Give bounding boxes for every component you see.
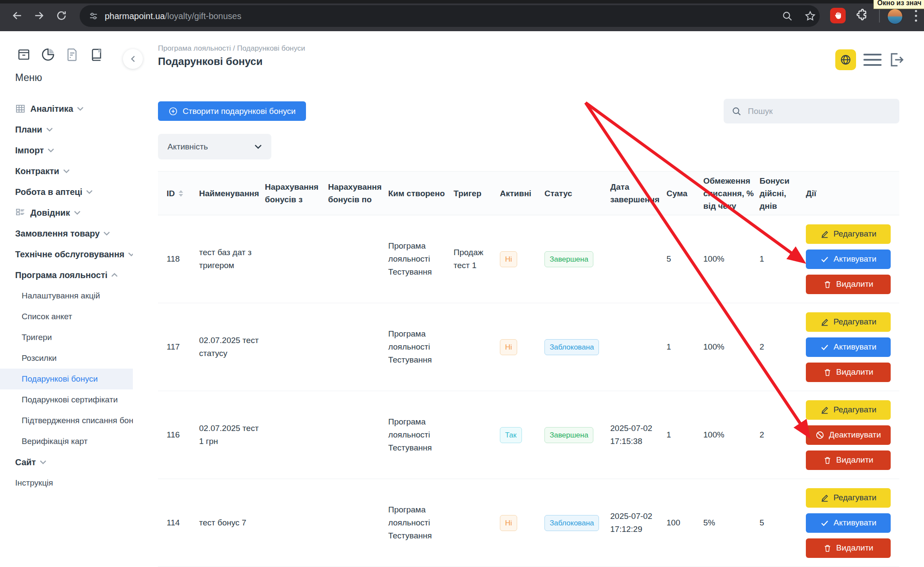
- search-box[interactable]: [724, 99, 899, 123]
- column-header-created-by: Ким створено: [388, 187, 454, 200]
- sidebar-item-questionnaires[interactable]: Список анкет: [0, 306, 133, 327]
- activate-button-row-117[interactable]: Активувати: [806, 337, 891, 357]
- gift-bonuses-table: IDНайменуванняНарахування бонусів зНарах…: [158, 171, 899, 567]
- cell-writeoff-limit: 5%: [703, 516, 760, 529]
- sidebar-item-triggers[interactable]: Тригери: [0, 327, 133, 348]
- chevron-down-icon: [74, 211, 80, 215]
- sidebar-item-instruction[interactable]: Інструкція: [0, 473, 133, 493]
- book-icon[interactable]: [89, 46, 104, 63]
- sidebar-item-label: Контракти: [15, 166, 59, 176]
- forward-button[interactable]: [29, 6, 48, 25]
- address-bar[interactable]: pharmapoint.ua/loyalty/gift-bonuses: [80, 5, 820, 27]
- delete-button-row-114[interactable]: Видалити: [806, 538, 891, 558]
- delete-button-row-116[interactable]: Видалити: [806, 450, 891, 470]
- forward-arrow-icon: [33, 10, 45, 21]
- delete-button-row-118[interactable]: Видалити: [806, 275, 891, 294]
- edit-button-row-117[interactable]: Редагувати: [806, 312, 891, 332]
- sidebar-item-gift-bonuses[interactable]: Подарункові бонуси: [0, 369, 133, 389]
- document-icon[interactable]: [65, 46, 80, 63]
- cell-created-by: Програма лояльності Тестування: [388, 327, 454, 366]
- cell-writeoff-limit: 100%: [703, 253, 760, 266]
- chevron-down-icon: [254, 144, 262, 149]
- edit-button-row-116[interactable]: Редагувати: [806, 400, 891, 420]
- reload-button[interactable]: [52, 6, 71, 25]
- edit-button-row-114[interactable]: Редагувати: [806, 488, 891, 508]
- browser-menu-button[interactable]: [914, 8, 918, 23]
- cell-status: Завершена: [544, 251, 610, 267]
- back-button[interactable]: [8, 6, 27, 25]
- zoom-icon[interactable]: [782, 10, 793, 22]
- trash-icon: [823, 368, 832, 377]
- sidebar-item-pharmacy-work[interactable]: Робота в аптеці: [0, 181, 133, 202]
- sort-icon[interactable]: [179, 190, 183, 197]
- cell-created-by: Програма лояльності Тестування: [388, 415, 454, 454]
- language-globe-button[interactable]: [835, 49, 856, 70]
- actions-cell: РедагуватиАктивуватиВидалити: [806, 223, 897, 296]
- sidebar-item-label: Програма лояльності: [15, 270, 107, 280]
- trash-icon: [823, 456, 832, 465]
- cell-id: 114: [167, 516, 199, 529]
- status-badge: Так: [500, 427, 522, 443]
- activate-button-row-118[interactable]: Активувати: [806, 249, 891, 269]
- sidebar-item-label: Аналітика: [30, 104, 73, 114]
- logout-icon: [887, 50, 906, 69]
- cell-active: Ні: [500, 515, 544, 531]
- sidebar-item-loyalty-program[interactable]: Програма лояльності: [0, 265, 133, 285]
- trash-icon: [823, 544, 832, 553]
- sidebar-item-maintenance[interactable]: Технічне обслуговування: [0, 244, 133, 265]
- sidebar-item-import[interactable]: Імпорт: [0, 140, 133, 161]
- sidebar-item-label: Плани: [15, 125, 42, 135]
- sidebar-item-promo-settings[interactable]: Налаштування акцій: [0, 285, 133, 306]
- logout-button[interactable]: [887, 50, 906, 69]
- cash-register-icon[interactable]: [16, 46, 31, 63]
- pie-chart-icon[interactable]: [41, 46, 55, 63]
- column-header-id[interactable]: ID: [167, 187, 199, 200]
- sidebar-item-label: Розсилки: [22, 353, 57, 363]
- cell-writeoff-limit: 100%: [703, 428, 760, 441]
- browser-toolbar: pharmapoint.ua/loyalty/gift-bonuses Окно…: [0, 0, 924, 31]
- sidebar-item-site[interactable]: Сайт: [0, 452, 133, 473]
- activity-filter-dropdown[interactable]: Активність: [158, 134, 271, 159]
- sidebar-item-mailings[interactable]: Розсилки: [0, 348, 133, 369]
- table-row-114: 114тест бонус 7Програма лояльності Тесту…: [158, 479, 899, 567]
- status-badge: Ні: [500, 339, 517, 355]
- cell-writeoff-limit: 100%: [703, 340, 760, 353]
- sidebar-item-directory[interactable]: Довідник: [0, 202, 133, 223]
- delete-button-row-117[interactable]: Видалити: [806, 363, 891, 382]
- cell-end-date: 2025-07-02 17:15:38: [610, 422, 666, 448]
- extensions-icon[interactable]: [855, 9, 868, 22]
- url-text[interactable]: pharmapoint.ua/loyalty/gift-bonuses: [105, 11, 241, 21]
- status-badge: Заблокована: [544, 515, 599, 531]
- cell-id: 116: [167, 428, 199, 441]
- sidebar-item-plans[interactable]: Плани: [0, 119, 133, 140]
- adblock-extension-icon[interactable]: [830, 8, 846, 23]
- edit-button-row-118[interactable]: Редагувати: [806, 224, 891, 244]
- sidebar-item-card-verification[interactable]: Верифікація карт: [0, 431, 133, 452]
- sidebar-item-gift-certificates[interactable]: Подарункові сертифікати: [0, 389, 133, 410]
- column-header-sum: Сума: [666, 187, 703, 200]
- create-gift-bonuses-button[interactable]: Створити подарункові бонуси: [158, 101, 306, 121]
- sidebar-item-contracts[interactable]: Контракти: [0, 161, 133, 181]
- profile-avatar[interactable]: [887, 9, 903, 24]
- sidebar-item-product-orders[interactable]: Замовлення товару: [0, 223, 133, 244]
- sidebar-item-label: Робота в аптеці: [15, 187, 82, 197]
- site-info-icon[interactable]: [88, 11, 99, 21]
- activate-button-row-114[interactable]: Активувати: [806, 513, 891, 533]
- grid-icon: [15, 104, 26, 114]
- table-row-118: 118тест баз дат з тригеромПрограма лояль…: [158, 215, 899, 303]
- app-window: Меню АналітикаПланиІмпортКонтрактиРобота…: [0, 31, 924, 567]
- deactivate-button-row-116[interactable]: Деактивувати: [806, 425, 891, 445]
- pencil-icon: [820, 318, 829, 327]
- sidebar-item-writeoff-confirm[interactable]: Підтвердження списання бону...: [0, 410, 133, 431]
- cell-status: Заблокована: [544, 339, 610, 355]
- table-settings-button[interactable]: [863, 54, 882, 66]
- sidebar-item-analytics[interactable]: Аналітика: [0, 98, 133, 119]
- search-input[interactable]: [747, 106, 892, 117]
- column-header-trigger: Тригер: [454, 187, 500, 200]
- chevron-left-icon: [129, 55, 136, 62]
- cell-created-by: Програма лояльності Тестування: [388, 240, 454, 279]
- plus-circle-icon: [168, 107, 178, 116]
- pencil-icon: [820, 405, 829, 415]
- sidebar-collapse-button[interactable]: [123, 49, 143, 69]
- bookmark-star-icon[interactable]: [804, 10, 816, 22]
